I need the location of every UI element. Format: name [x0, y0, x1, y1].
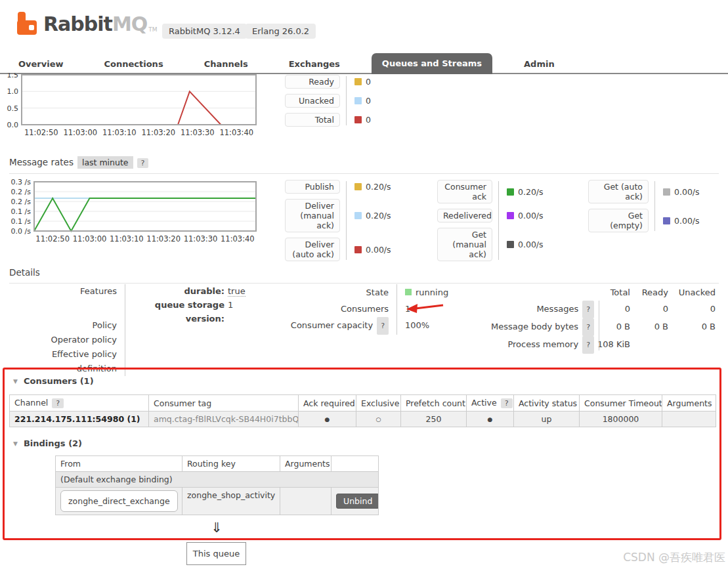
message-rates-heading: Message rateslast minute?: [9, 157, 719, 174]
stats-corner: [487, 284, 594, 301]
features-label: Features: [9, 284, 117, 299]
storage-version-value: 1: [228, 298, 246, 326]
message-rates-help-badge[interactable]: ?: [137, 158, 149, 168]
rabbitmq-logo-icon: [16, 11, 38, 37]
legend-label-unacked: Unacked: [285, 94, 340, 108]
legend-value-total: 0: [340, 115, 390, 125]
rabbitmq-logo[interactable]: RabbitMQ TM: [16, 11, 158, 37]
ready-color-swatch: [354, 78, 362, 85]
consumers-section-toggle[interactable]: ▼Consumers (1): [13, 376, 94, 386]
details-stats-block: Total Ready Unacked Messages? 0 0 0 Mess…: [487, 284, 716, 354]
binding-from-cell: zonghe_direct_exchange: [56, 488, 182, 515]
channel-help-badge[interactable]: ?: [52, 398, 64, 408]
legend-divider: [498, 181, 499, 260]
exclusive-dot: ○: [356, 412, 401, 427]
svg-text:11:03:30: 11:03:30: [184, 234, 218, 243]
collapse-triangle-icon: ▼: [13, 440, 18, 447]
get-empty-color-swatch: [663, 217, 670, 224]
default-binding-row: (Default exchange binding): [56, 472, 379, 488]
col-from: From: [56, 456, 182, 472]
logo-tm: TM: [148, 26, 157, 33]
publish-color-swatch: [354, 183, 362, 190]
svg-text:11:02:50: 11:02:50: [24, 128, 58, 137]
svg-text:11:02:50: 11:02:50: [35, 234, 70, 243]
col-exclusive: Exclusive: [356, 395, 401, 412]
consumer-capacity-label: Consumer capacity?: [282, 317, 389, 335]
messages-help-badge[interactable]: ?: [582, 301, 594, 318]
logo-text: RabbitMQ: [43, 12, 147, 35]
consumers-label: Consumers: [282, 301, 389, 317]
collapse-triangle-icon: ▼: [13, 378, 18, 385]
exchange-link[interactable]: zonghe_direct_exchange: [60, 490, 178, 512]
svg-text:11:03:40: 11:03:40: [219, 128, 253, 137]
svg-text:11:03:10: 11:03:10: [110, 234, 144, 243]
deliver-auto-color-swatch: [354, 246, 362, 253]
binding-action-cell: Unbind: [332, 488, 379, 515]
col-channel: Channel?: [10, 395, 149, 412]
prefetch-count-value: 250: [401, 412, 467, 427]
svg-text:0.2 /s: 0.2 /s: [11, 188, 32, 196]
consumer-capacity-help-badge[interactable]: ?: [377, 317, 389, 335]
legend-value-get-auto: 0.00/s: [649, 187, 696, 197]
svg-text:11:03:10: 11:03:10: [102, 128, 137, 137]
legend-divider: [346, 181, 347, 260]
svg-text:11:03:00: 11:03:00: [63, 128, 97, 137]
consumer-channel-link[interactable]: 221.214.175.111:54980 (1): [10, 412, 149, 427]
running-status-swatch: [405, 289, 412, 295]
tab-admin[interactable]: Admin: [515, 55, 564, 74]
erlang-version-badge: Erlang 26.0.2: [246, 24, 316, 39]
legend-value-consumer-ack: 0.20/s: [492, 187, 542, 197]
activity-status-value: up: [514, 412, 580, 427]
tab-connections[interactable]: Connections: [95, 55, 173, 74]
stats-header-ready: Ready: [630, 284, 668, 301]
active-help-badge[interactable]: ?: [501, 398, 513, 408]
total-color-swatch: [354, 116, 362, 123]
tab-queues-and-streams[interactable]: Queues and Streams: [372, 53, 492, 74]
consumers-table: Channel? Consumer tag Ack required Exclu…: [9, 394, 716, 427]
effective-policy-label: Effective policy definition: [9, 347, 117, 376]
messages-total: 0: [594, 301, 630, 318]
watermark: CSDN @吾疾唯君医: [538, 550, 725, 565]
bindings-table: From Routing key Arguments (Default exch…: [55, 455, 379, 515]
state-value: running: [405, 284, 448, 301]
messages-unacked: 0: [668, 301, 716, 318]
queued-messages-chart: 0.00.51.01.511:02:5011:03:0011:03:1011:0…: [0, 73, 263, 137]
legend-label-deliver-manual: Deliver (manual ack): [285, 199, 340, 232]
col-consumer-timeout: Consumer Timeout: [580, 395, 662, 412]
legend-label-get-manual: Get (manual ack): [437, 228, 492, 261]
bindings-header-row: From Routing key Arguments: [56, 456, 379, 472]
details-labels: Features Policy Operator policy Effectiv…: [9, 284, 117, 376]
col-consumer-tag: Consumer tag: [149, 395, 299, 412]
rabbitmq-queue-page: RabbitMQ TM RabbitMQ 3.12.4 Erlang 26.0.…: [0, 0, 728, 571]
bindings-section-toggle[interactable]: ▼Bindings (2): [13, 438, 82, 448]
tab-overview[interactable]: Overview: [9, 55, 73, 74]
process-memory-help-badge[interactable]: ?: [582, 336, 594, 354]
svg-text:11:03:30: 11:03:30: [181, 128, 215, 137]
col-ack-required: Ack required: [299, 395, 356, 412]
legend-label-consumer-ack: Consumer ack: [437, 180, 492, 203]
col-prefetch-count: Prefetch count: [401, 395, 467, 412]
svg-text:0.0 /s: 0.0 /s: [11, 227, 32, 236]
col-activity-status: Activity status: [514, 395, 580, 412]
tab-exchanges[interactable]: Exchanges: [280, 55, 349, 74]
legend-label-publish: Publish: [285, 180, 340, 194]
tab-channels[interactable]: Channels: [195, 55, 257, 74]
consumer-arguments-value: [662, 412, 716, 427]
rate-mode-selector[interactable]: last minute: [77, 156, 133, 169]
body-bytes-help-badge[interactable]: ?: [582, 318, 594, 336]
policy-label: Policy: [9, 318, 117, 333]
consumer-row: 221.214.175.111:54980 (1) amq.ctag-fBlRL…: [10, 412, 716, 427]
svg-text:11:03:20: 11:03:20: [146, 234, 181, 243]
unbind-button[interactable]: Unbind: [336, 494, 379, 509]
col-routing-key: Routing key: [182, 456, 280, 472]
details-features-block: Features Policy Operator policy Effectiv…: [9, 284, 246, 376]
svg-text:0.1 /s: 0.1 /s: [11, 217, 32, 226]
durable-key: durable:: [135, 284, 228, 298]
svg-text:0.1 /s: 0.1 /s: [11, 207, 32, 216]
default-binding-label: (Default exchange binding): [56, 472, 379, 488]
svg-text:0.3 /s: 0.3 /s: [11, 178, 32, 186]
binding-arguments-value: [280, 488, 332, 515]
svg-text:11:03:40: 11:03:40: [221, 234, 255, 243]
durable-value: true: [228, 284, 246, 298]
legend-label-total: Total: [285, 113, 340, 127]
